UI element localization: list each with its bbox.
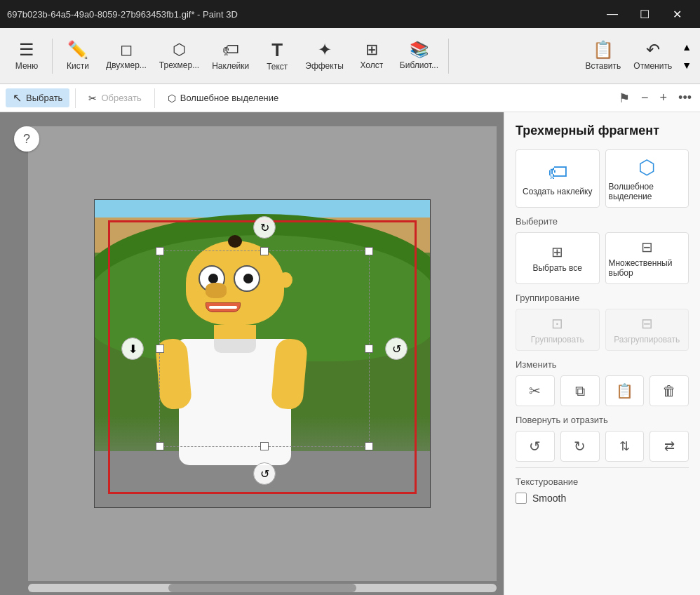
multi-select-icon: ⊟ [641,239,653,255]
stickers-label: Наклейки [212,61,249,71]
rotate-left-button[interactable]: ↺ [516,431,555,462]
flag-icon[interactable]: ⚑ [616,88,633,109]
canvas-inner: ↻ ↺ ⬇ ↺ [28,126,497,581]
copy-button[interactable]: ⧉ [560,375,600,406]
undo-icon: ↶ [646,41,660,58]
select-button[interactable]: ↖ Выбрать [6,88,69,107]
rotate-handle-right[interactable]: ↺ [385,337,408,360]
expand-icon[interactable]: ▲ [679,39,694,55]
delete-icon: 🗑 [662,383,676,399]
window-controls: — ☐ ✕ [596,0,693,28]
ungroup-button[interactable]: ⊟ Разгруппировать [605,309,689,351]
handle-top-center[interactable] [260,247,269,255]
create-sticker-label: Создать наклейку [523,187,592,196]
canvas-area: ? [0,112,504,595]
canvas-label: Холст [360,60,383,70]
plus-icon[interactable]: + [657,88,671,108]
select-actions: ⊞ Выбрать все ⊟ Множественный выбор [516,232,689,284]
flip-horizontal-button[interactable]: ⇄ [649,431,689,462]
2d-shapes-button[interactable]: ◻ Двухмер... [100,32,152,81]
flip-vertical-button[interactable]: ⇅ [605,431,645,462]
rotate-handle-top[interactable]: ↻ [253,216,276,239]
insert-label: Вставить [585,61,621,71]
panel-title: Трехмерный фрагмент [516,123,689,138]
handle-bottom-left[interactable] [156,442,164,450]
image-container: ↻ ↺ ⬇ ↺ [94,199,431,508]
select-cursor-icon: ↖ [13,91,22,105]
group-icon: ⊡ [551,315,563,332]
menu-label: Меню [15,61,38,71]
handle-top-right[interactable] [365,247,373,255]
undo-label: Отменить [633,61,672,71]
group-button[interactable]: ⊡ Группировать [516,309,600,351]
close-button[interactable]: ✕ [661,0,693,28]
help-button[interactable]: ? [14,126,39,152]
more-icon[interactable]: ••• [675,88,694,108]
insert-button[interactable]: 📋 Вставить [579,32,626,81]
select-label: Выбрать [26,93,62,103]
toolbar-right: 📋 Вставить ↶ Отменить ▲ ▼ [579,32,694,81]
select-section-label: Выберите [516,216,689,227]
flip-vertical-icon: ⇅ [619,439,630,454]
text-button[interactable]: T Текст [256,32,298,81]
handle-top-left[interactable] [156,247,164,255]
paste-button[interactable]: 📋 [605,375,645,406]
create-sticker-button[interactable]: 🏷 Создать наклейку [516,149,600,208]
menu-button[interactable]: ☰ Меню [6,32,48,81]
3d-shapes-button[interactable]: ⬡ Трехмер... [154,32,205,81]
handle-bottom-center[interactable] [260,442,269,450]
magic-select-ribbon-button[interactable]: ⬡ Волшебное выделение [161,90,286,107]
collapse-icon[interactable]: ▼ [679,57,694,74]
scrollbar-horizontal[interactable] [28,584,497,592]
change-actions: ✂ ⧉ 📋 🗑 [516,375,689,406]
group-section-label: Группирование [516,293,689,303]
brushes-icon: ✏️ [67,41,88,58]
group-label: Группировать [531,335,584,345]
magic-select-panel-icon: ⬡ [638,156,655,179]
rotate-actions: ↺ ↻ ⇅ ⇄ [516,431,689,462]
right-panel: Трехмерный фрагмент 🏷 Создать наклейку ⬡… [504,112,700,595]
toolbar-separator-1 [52,39,53,74]
smooth-checkbox[interactable] [516,493,527,504]
rotate-right-button[interactable]: ↻ [560,431,600,462]
ribbon-view-icons: ⚑ − + ••• [616,88,694,109]
rotate-left-icon: ↺ [529,438,541,455]
2d-shapes-icon: ◻ [120,42,133,58]
minus-icon[interactable]: − [638,88,652,108]
ungroup-label: Разгруппировать [614,335,680,345]
stickers-button[interactable]: 🏷 Наклейки [206,32,255,81]
brushes-button[interactable]: ✏️ Кисти [57,32,99,81]
rotate-section-label: Повернуть и отразить [516,415,689,425]
crop-button[interactable]: ✂ Обрезать [81,90,148,107]
delete-button[interactable]: 🗑 [649,375,689,406]
library-button[interactable]: 📚 Библиот... [394,32,444,81]
undo-button[interactable]: ↶ Отменить [628,32,678,81]
magic-select-panel-label: Волшебное выделение [609,182,686,201]
handle-bottom-right[interactable] [365,442,373,450]
ungroup-icon: ⊟ [641,315,653,332]
magic-select-ribbon-icon: ⬡ [168,93,176,104]
stickers-icon: 🏷 [222,41,239,58]
scrollbar-thumb[interactable] [168,584,356,592]
rotate-right-icon: ↻ [574,438,586,455]
divider [516,467,689,468]
effects-button[interactable]: ✦ Эффекты [299,32,349,81]
ribbon-separator-2 [154,88,155,108]
effects-label: Эффекты [305,61,344,71]
canvas-button[interactable]: ⊞ Холст [351,32,393,81]
multi-select-button[interactable]: ⊟ Множественный выбор [605,232,689,284]
magic-select-panel-button[interactable]: ⬡ Волшебное выделение [605,149,689,208]
group-actions: ⊡ Группировать ⊟ Разгруппировать [516,309,689,351]
magic-select-ribbon-label: Волшебное выделение [180,93,279,103]
select-all-button[interactable]: ⊞ Выбрать все [516,232,600,284]
titlebar-title: 697b023b-64a5-49a0-8059-27b963453fb1.gif… [7,9,238,20]
2d-shapes-label: Двухмер... [106,60,147,70]
minimize-button[interactable]: — [596,0,628,28]
maximize-button[interactable]: ☐ [628,0,661,28]
rotate-handle-left[interactable]: ⬇ [121,337,144,360]
cut-button[interactable]: ✂ [516,375,555,406]
rotate-handle-bottom[interactable]: ↺ [253,462,276,485]
handle-middle-right[interactable] [365,345,373,353]
handle-middle-left[interactable] [156,345,164,353]
titlebar: 697b023b-64a5-49a0-8059-27b963453fb1.gif… [0,0,700,28]
